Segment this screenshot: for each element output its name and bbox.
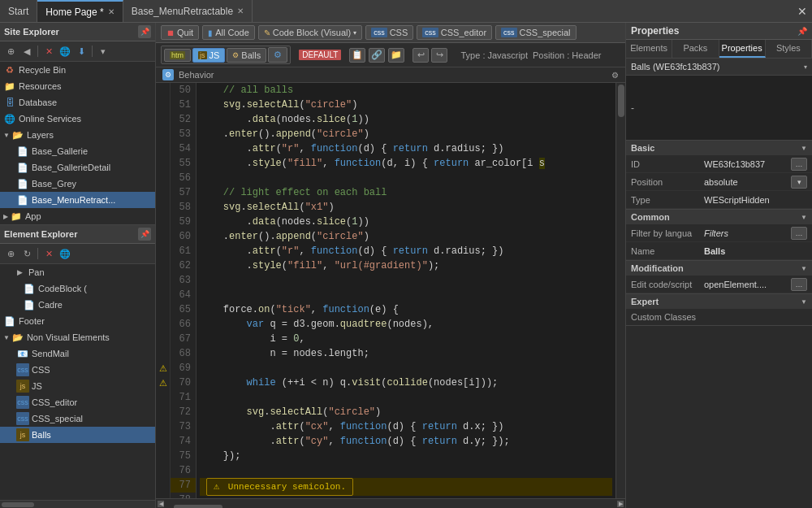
new-icon[interactable]: ⊕ [3,44,18,59]
elem-cadre[interactable]: 📄 Cadre [0,297,155,313]
tab-start[interactable]: Start [0,0,37,22]
element-explorer-pin-icon[interactable]: 📌 [138,228,151,241]
tab-elements[interactable]: Elements [626,40,672,58]
left-panel-scrollbar[interactable] [0,500,155,508]
css-button[interactable]: css CSS [365,25,413,40]
code-line-67: i = 0, [200,332,612,346]
tree-database[interactable]: 🗄 Database [0,94,155,111]
id-btn[interactable]: … [791,158,807,171]
elem-footer[interactable]: 📄 Footer [0,313,155,329]
basic-section-header[interactable]: Basic ▼ [626,141,812,155]
copy-icon[interactable]: 📋 [349,48,365,63]
elem-css[interactable]: css CSS [0,362,155,378]
balls-tab-icon: ⚙ [232,51,239,59]
css-editor-button[interactable]: css CSS_editor [417,25,492,40]
stop-icon[interactable]: ✕ [41,44,56,59]
warning-triangle-icon: ⚠ [214,480,219,494]
properties-pin-icon[interactable]: 📌 [797,27,807,36]
browse-icon[interactable]: 🌐 [58,44,72,59]
hscroll-right-arrow[interactable]: ▶ [617,501,624,507]
file-type-tabs: htm js JS ⚙ Balls ⚙ [161,46,291,64]
tab-basemenu[interactable]: Base_MenuRetractable ✕ [123,0,253,22]
code-line-77: ⚠ Unnecessary semicolon. [200,478,612,496]
behavior-header: ⚙ Behavior ⚙ [156,67,625,83]
undo-icon[interactable]: ↩ [412,48,429,63]
behavior-settings-icon[interactable]: ⚙ [611,71,619,80]
tab-styles[interactable]: Styles [766,40,812,58]
common-section-header[interactable]: Common ▼ [626,210,812,224]
left-scroll-thumb[interactable] [2,502,34,507]
elem-css-editor[interactable]: css CSS_editor [0,394,155,410]
close-window-icon[interactable]: ✕ [797,5,807,18]
close-basemenu-tab[interactable]: ✕ [237,7,244,15]
redo-icon[interactable]: ↪ [431,48,447,63]
type-value: WEScriptHidden [704,195,807,205]
selected-item-dropdown[interactable]: Balls (WE63fc13b837) ▾ [626,59,812,76]
page-detail-icon: 📄 [16,161,29,174]
elem-codeblock[interactable]: 📄 CodeBlock ( [0,280,155,297]
gutter-line [156,200,170,215]
elem-non-visual[interactable]: ▼ 📂 Non Visual Elements [0,329,155,345]
tab-balls[interactable]: ⚙ Balls [227,48,266,63]
gutter-line [156,332,170,346]
tree-recycle-bin[interactable]: ♻ Recycle Bin [0,62,155,78]
pin-icon[interactable]: 📌 [138,25,151,38]
vertical-scrollbar[interactable] [615,83,625,498]
tree-resources[interactable]: 📁 Resources [0,78,155,94]
code-block-icon: ✎ [264,28,270,37]
tree-app[interactable]: ▶ 📁 App [0,208,155,224]
vscroll-thumb[interactable] [618,85,624,117]
hscroll-thumb[interactable] [174,505,222,509]
elem-pan[interactable]: ▶ Pan [0,264,155,280]
elem-sendmail[interactable]: 📧 SendMail [0,345,155,362]
elem-new-icon[interactable]: ⊕ [3,246,18,261]
horizontal-scrollbar[interactable]: ◀ ▶ [156,498,625,508]
filter-btn[interactable]: … [791,227,807,240]
layers-icon: 📂 [11,128,24,141]
more-icon[interactable]: ▾ [96,44,110,59]
all-code-button[interactable]: ▮ All Code [202,25,255,40]
edit-code-btn[interactable]: … [791,278,807,291]
tab-homepage[interactable]: Home Page * ✕ [37,0,123,22]
tree-base-menu[interactable]: 📄 Base_MenuRetract... [0,192,155,208]
elem-browse-icon[interactable]: 🌐 [58,246,72,261]
tree-online-services[interactable]: 🌐 Online Services [0,111,155,127]
basic-section-arrow: ▼ [801,145,807,152]
navigate-back-icon[interactable]: ◀ [19,44,34,59]
tree-base-grey[interactable]: 📄 Base_Grey [0,176,155,192]
code-line-56 [200,171,612,185]
position-dropdown-btn[interactable]: ▾ [791,176,807,189]
hscroll-left-arrow[interactable]: ◀ [158,501,164,507]
folder-icon-btn[interactable]: 📁 [388,48,404,63]
tree-base-gallerie-detail[interactable]: 📄 Base_GallerieDetail [0,159,155,176]
close-homepage-tab[interactable]: ✕ [108,7,114,16]
modification-section-header[interactable]: Modification ▼ [626,261,812,276]
css-special-button[interactable]: css CSS_special [495,25,576,40]
elem-label: CSS [32,365,50,375]
elem-js[interactable]: js JS [0,378,155,394]
link-icon[interactable]: 🔗 [369,48,385,63]
tab-js[interactable]: js JS [192,48,225,63]
filter-value: Filters [704,228,791,238]
code-content[interactable]: // all balls svg.selectAll("circle") .da… [197,83,615,498]
tree-item-label: Database [19,98,57,107]
elem-stop-icon[interactable]: ✕ [41,246,56,261]
code-block-button[interactable]: ✎ Code Block (Visual) ▾ [258,25,362,40]
elem-balls[interactable]: js Balls [0,427,155,443]
tab-html[interactable]: htm [164,49,191,62]
tab-extra[interactable]: ⚙ [268,47,287,63]
elem-css-special[interactable]: css CSS_special [0,410,155,427]
gutter-line [156,258,170,273]
site-explorer-title: Site Explorer [4,27,59,37]
quit-button[interactable]: ⏹ Quit [161,25,199,40]
tab-properties[interactable]: Properties [719,40,766,58]
id-value: WE63fc13b837 [704,159,791,169]
warning-gutter: ⚠ ⚠ [156,83,171,498]
tree-base-gallerie[interactable]: 📄 Base_Gallerie [0,143,155,159]
tree-layers[interactable]: ▼ 📂 Layers [0,127,155,143]
elem-refresh-icon[interactable]: ↻ [19,246,34,261]
tab-packs[interactable]: Packs [672,40,719,58]
modification-section-arrow: ▼ [801,265,807,272]
download-icon[interactable]: ⬇ [74,44,89,59]
expert-section-header[interactable]: Expert ▼ [626,294,812,309]
